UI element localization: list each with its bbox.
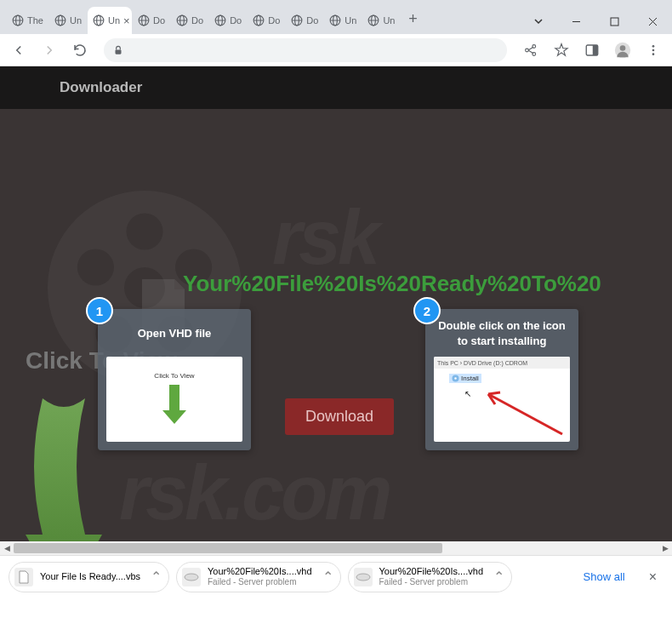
download-filename: Your%20File%20Is....vhd [379, 566, 484, 577]
explorer-path: This PC › DVD Drive (D:) CDROM [434, 357, 570, 369]
step-thumbnail: Click To View [106, 357, 242, 442]
svg-rect-31 [611, 18, 618, 26]
chevron-up-icon[interactable]: ⌃ [322, 569, 333, 585]
page-body: rsk rsk.com Your%20File%20Is%20Ready%20T… [0, 109, 672, 555]
step-title: Open VHD file [106, 318, 242, 350]
globe-icon [138, 14, 150, 26]
download-status: Failed - Server problem [208, 577, 312, 587]
browser-tab[interactable]: Un [362, 7, 400, 34]
minimize-button[interactable] [557, 9, 595, 34]
download-shelf: Your File Is Ready....vbs ⌃ Your%20File%… [0, 555, 672, 598]
download-item[interactable]: Your File Is Ready....vbs ⌃ [9, 562, 169, 592]
download-item[interactable]: Your%20File%20Is....vhdFailed - Server p… [176, 562, 341, 592]
svg-point-37 [532, 52, 536, 55]
cursor-icon: ↖ [464, 389, 471, 398]
browser-tab[interactable]: The [7, 7, 48, 34]
svg-point-55 [185, 574, 198, 581]
disk-icon [354, 568, 373, 586]
red-arrow-icon [473, 387, 567, 438]
svg-point-35 [526, 49, 529, 52]
svg-point-51 [77, 249, 114, 285]
browser-tab[interactable]: Un [49, 7, 87, 34]
globe-icon [329, 14, 341, 26]
profile-icon[interactable] [609, 37, 636, 64]
svg-point-47 [126, 213, 162, 249]
show-all-button[interactable]: Show all [573, 565, 635, 588]
site-title: Downloader [60, 79, 142, 96]
back-button[interactable] [5, 37, 32, 64]
new-tab-button[interactable]: + [401, 7, 424, 31]
browser-tab[interactable]: Do [248, 7, 285, 34]
tab-label: Do [191, 15, 203, 26]
menu-icon[interactable] [640, 37, 667, 64]
sidepanel-icon[interactable] [578, 37, 606, 64]
browser-tab[interactable]: Un [324, 7, 362, 34]
browser-tab[interactable]: Do [209, 7, 247, 34]
step-badge: 1 [86, 297, 113, 324]
browser-titlebar: The Un Un× Do Do Do Do Do Un Un + [0, 0, 672, 34]
scroll-right-icon[interactable]: ▶ [658, 541, 672, 555]
reload-button[interactable] [66, 37, 94, 64]
disc-icon [452, 375, 459, 382]
down-arrow-icon [17, 364, 111, 555]
lock-icon [112, 44, 124, 56]
svg-point-43 [652, 49, 655, 51]
step-thumbnail: This PC › DVD Drive (D:) CDROM Install ↖ [434, 357, 570, 442]
maximize-button[interactable] [595, 9, 634, 34]
tab-label: Do [153, 15, 165, 26]
chevron-up-icon[interactable]: ⌃ [493, 569, 504, 585]
globe-icon [367, 14, 379, 26]
watermark-text: rsk.com [119, 449, 389, 537]
globe-icon [291, 14, 303, 26]
horizontal-scrollbar[interactable]: ◀ ▶ [0, 541, 672, 555]
globe-icon [253, 14, 265, 26]
install-file: Install [449, 374, 481, 383]
download-status: Failed - Server problem [379, 577, 484, 587]
download-button[interactable]: Download [285, 398, 394, 435]
window-controls [519, 9, 672, 34]
site-header: Downloader [0, 66, 672, 109]
svg-rect-39 [593, 45, 598, 55]
dropdown-icon[interactable] [519, 9, 557, 34]
svg-point-41 [620, 45, 626, 51]
globe-icon [176, 14, 188, 26]
svg-point-42 [652, 45, 655, 48]
download-filename: Your File Is Ready....vbs [40, 571, 140, 582]
address-bar [0, 34, 672, 66]
tab-label: Un [345, 15, 356, 26]
tab-label: Un [383, 15, 395, 26]
scrollbar-thumb[interactable] [14, 543, 442, 553]
page-viewport: Downloader rsk rsk.com Your%20File%20Is%… [0, 66, 672, 555]
tab-label: Do [230, 15, 242, 26]
globe-icon [54, 14, 66, 26]
browser-tab[interactable]: Do [286, 7, 323, 34]
svg-point-53 [454, 377, 456, 379]
step-title: Double click on the icon to start instal… [434, 318, 570, 350]
tab-label: Do [268, 15, 280, 26]
download-item[interactable]: Your%20File%20Is....vhdFailed - Server p… [348, 562, 513, 592]
scroll-left-icon[interactable]: ◀ [0, 541, 14, 555]
thumb-label: Click To View [154, 372, 194, 380]
download-filename: Your%20File%20Is....vhd [208, 566, 312, 577]
tab-label: Do [306, 15, 318, 26]
down-arrow-icon [159, 383, 190, 426]
tab-label: Un [70, 15, 82, 26]
globe-icon [214, 14, 226, 26]
browser-tab-active[interactable]: Un× [88, 7, 132, 34]
bookmark-icon[interactable] [548, 37, 575, 64]
browser-tab[interactable]: Do [171, 7, 208, 34]
chevron-up-icon[interactable]: ⌃ [151, 569, 162, 585]
svg-line-54 [488, 394, 562, 434]
close-button[interactable] [634, 9, 672, 34]
forward-button[interactable] [36, 37, 63, 64]
install-label: Install [461, 375, 479, 382]
share-icon[interactable] [517, 37, 544, 64]
url-input[interactable] [104, 38, 507, 62]
svg-rect-34 [116, 49, 122, 54]
globe-icon [93, 14, 105, 26]
close-icon[interactable]: × [123, 14, 130, 27]
svg-point-44 [652, 53, 655, 55]
tab-strip: The Un Un× Do Do Do Do Do Un Un + [0, 7, 519, 34]
browser-tab[interactable]: Do [133, 7, 170, 34]
close-icon[interactable]: × [642, 569, 663, 585]
